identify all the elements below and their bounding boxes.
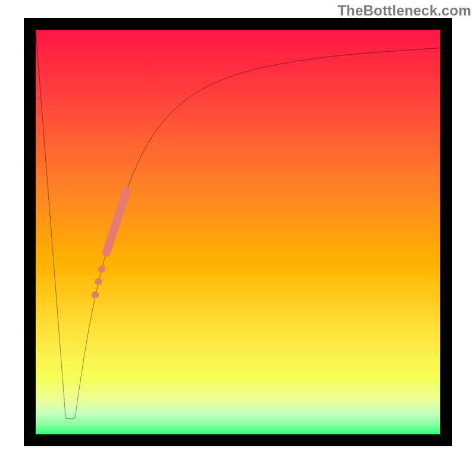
highlight-markers	[92, 192, 126, 298]
response-curve	[36, 30, 440, 419]
plot-area	[36, 30, 440, 434]
bottleneck-curve	[36, 30, 440, 434]
marker-segment	[107, 192, 126, 252]
marker-dot-3	[92, 291, 99, 298]
plot-outer-border	[24, 18, 452, 446]
watermark-text: TheBottleneck.com	[337, 2, 471, 19]
marker-dot-1	[98, 266, 105, 273]
marker-dot-2	[95, 278, 102, 285]
figure-frame: TheBottleneck.com	[0, 0, 476, 476]
